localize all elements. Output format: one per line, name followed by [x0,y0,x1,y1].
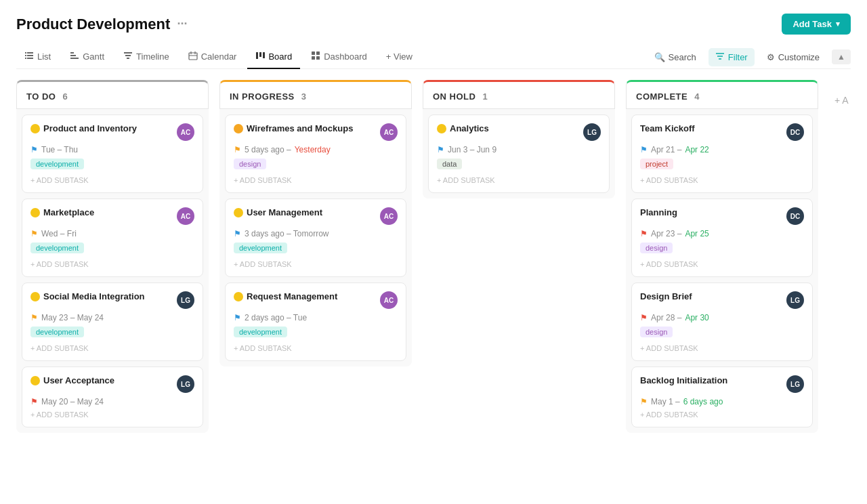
add-subtask-button[interactable]: + ADD SUBTASK [234,344,398,352]
task-card[interactable]: Design Brief LG ⚑ Apr 28 – Apr 30 design… [631,282,813,361]
card-title-wrap: User Management [234,207,376,219]
card-header-row: Analytics LG [437,123,601,141]
board: TO DO 6 Product and Inventory AC ⚑ Tue –… [0,69,867,485]
task-card[interactable]: Planning DC ⚑ Apr 23 – Apr 25 design + A… [631,198,813,277]
search-button[interactable]: 🔍 Search [648,49,703,66]
svg-rect-16 [256,52,258,59]
flag-icon: ⚑ [234,313,241,322]
avatar: DC [786,207,804,225]
card-title: Backlog Initialization [640,375,727,387]
card-date-row: ⚑ May 20 – May 24 [30,397,194,406]
card-title-wrap: Marketplace [30,207,173,219]
task-card[interactable]: Marketplace AC ⚑ Wed – Fri development +… [22,198,203,277]
column-title: IN PROGRESS [230,91,295,102]
add-task-chevron-icon: ▾ [836,20,840,28]
tab-timeline[interactable]: Timeline [115,45,177,69]
tab-list[interactable]: List [16,45,59,69]
svg-rect-3 [27,55,33,56]
add-subtask-button[interactable]: + ADD SUBTASK [30,260,194,268]
avatar: AC [177,207,194,225]
card-title-wrap: User Acceptance [30,375,173,387]
svg-rect-0 [25,52,26,54]
add-subtask-button[interactable]: + ADD SUBTASK [640,176,804,184]
task-card[interactable]: User Management AC ⚑ 3 days ago – Tomorr… [225,198,406,277]
add-task-button[interactable]: Add Task ▾ [782,14,851,35]
task-card[interactable]: Backlog Initialization LG ⚑ May 1 – 6 da… [631,366,813,427]
card-date-row: ⚑ Wed – Fri [30,229,194,238]
task-tag: development [30,243,84,253]
customize-button[interactable]: ⚙ Customize [760,49,826,66]
card-title: Team Kickoff [640,123,695,135]
title-more-btn[interactable]: ··· [177,17,187,31]
card-title-wrap: Product and Inventory [30,123,173,135]
task-card[interactable]: Team Kickoff DC ⚑ Apr 21 – Apr 22 projec… [631,114,813,193]
card-date-row: ⚑ Apr 28 – Apr 30 [640,313,804,322]
add-subtask-button[interactable]: + ADD SUBTASK [234,176,398,184]
card-title-wrap: Backlog Initialization [640,375,782,387]
card-title: Wireframes and Mockups [247,123,353,135]
card-header-row: Team Kickoff DC [640,123,804,141]
flag-icon: ⚑ [234,145,241,154]
card-date-row: ⚑ May 1 – 6 days ago [640,397,804,406]
filter-button[interactable]: Filter [709,48,755,66]
status-dot [437,124,446,133]
task-card[interactable]: User Acceptance LG ⚑ May 20 – May 24 + A… [22,366,203,427]
column-title: ON HOLD [433,91,475,102]
card-date-row: ⚑ 3 days ago – Tomorrow [234,229,398,238]
column-title-row: TO DO 6 [26,91,198,102]
nav-right-actions: 🔍 Search Filter ⚙ Customize ▲ [648,48,851,66]
card-title-wrap: Wireframes and Mockups [234,123,376,135]
task-tag: design [234,159,266,169]
avatar: LG [177,375,194,393]
add-subtask-button[interactable]: + ADD SUBTASK [234,260,398,268]
tab-board[interactable]: Board [247,45,300,69]
card-header-row: Design Brief LG [640,291,804,309]
column-title: COMPLETE [636,91,688,102]
timeline-icon [123,51,133,62]
task-tag: development [30,159,84,169]
task-card[interactable]: Social Media Integration LG ⚑ May 23 – M… [22,282,203,361]
add-column-button[interactable]: + A [829,80,867,114]
add-subtask-button[interactable]: + ADD SUBTASK [640,344,804,352]
flag-icon: ⚑ [640,397,648,406]
nav-tabs: List Gantt Timeline Calendar Board [16,45,851,69]
add-subtask-button[interactable]: + ADD SUBTASK [640,260,804,268]
tab-add-view[interactable]: + View [378,46,421,68]
task-tag: development [234,327,287,337]
task-card[interactable]: Product and Inventory AC ⚑ Tue – Thu dev… [22,114,203,193]
flag-icon: ⚑ [640,313,648,322]
task-card[interactable]: Wireframes and Mockups AC ⚑ 5 days ago –… [225,114,406,193]
column-onhold: ON HOLD 1 Analytics LG ⚑ Jun 3 – Jun 9 d… [423,80,615,198]
column-count: 3 [301,91,306,102]
add-subtask-button[interactable]: + ADD SUBTASK [30,344,194,352]
card-title: Marketplace [43,207,94,219]
tab-dashboard[interactable]: Dashboard [303,45,375,69]
tab-calendar[interactable]: Calendar [180,45,245,69]
add-subtask-button[interactable]: + ADD SUBTASK [640,411,804,419]
add-subtask-button[interactable]: + ADD SUBTASK [30,176,194,184]
avatar: LG [583,123,601,141]
column-inprogress: IN PROGRESS 3 Wireframes and Mockups AC … [219,80,412,366]
task-card[interactable]: Analytics LG ⚑ Jun 3 – Jun 9 data + ADD … [428,114,610,193]
project-title-area: Product Development ··· [16,16,187,33]
column-body-complete: Team Kickoff DC ⚑ Apr 21 – Apr 22 projec… [626,109,818,433]
filter-icon [715,51,725,63]
column-count: 4 [694,91,699,102]
svg-rect-8 [70,58,79,59]
task-tag: project [640,159,673,169]
card-title: User Acceptance [43,375,114,387]
add-column-icon[interactable]: + A [829,87,854,114]
svg-rect-20 [316,51,320,55]
collapse-button[interactable]: ▲ [832,49,851,64]
add-subtask-button[interactable]: + ADD SUBTASK [30,411,194,419]
flag-icon: ⚑ [30,145,38,154]
customize-icon: ⚙ [767,52,775,62]
card-date-row: ⚑ Apr 21 – Apr 22 [640,145,804,154]
task-tag: development [30,327,84,337]
task-card[interactable]: Request Management AC ⚑ 2 days ago – Tue… [225,282,406,361]
add-subtask-button[interactable]: + ADD SUBTASK [437,176,601,184]
card-title-wrap: Analytics [437,123,579,135]
gantt-icon [70,51,79,62]
board-icon [255,51,265,62]
tab-gantt[interactable]: Gantt [62,45,112,69]
